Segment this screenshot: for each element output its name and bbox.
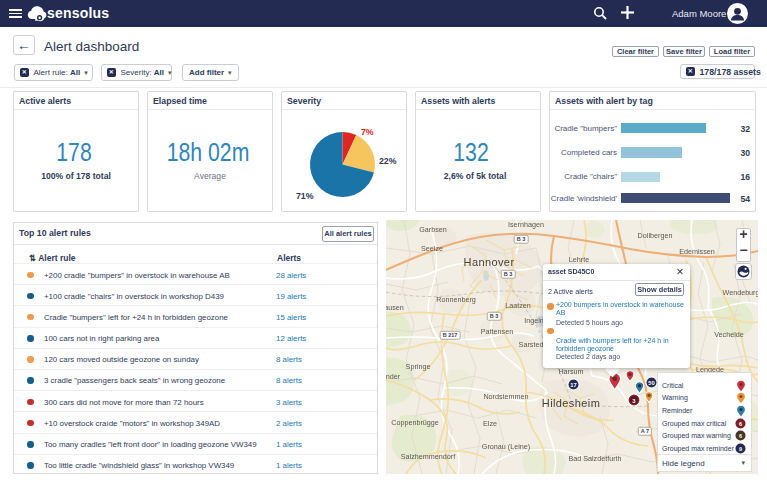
svg-text:7%: 7% [361,127,374,137]
svg-text:17: 17 [570,382,577,388]
svg-text:9: 9 [739,446,742,452]
svg-text:6: 6 [739,433,742,439]
svg-text:71%: 71% [296,191,314,201]
svg-text:6: 6 [739,421,742,427]
svg-text:22%: 22% [379,156,397,166]
svg-text:50: 50 [648,380,655,386]
